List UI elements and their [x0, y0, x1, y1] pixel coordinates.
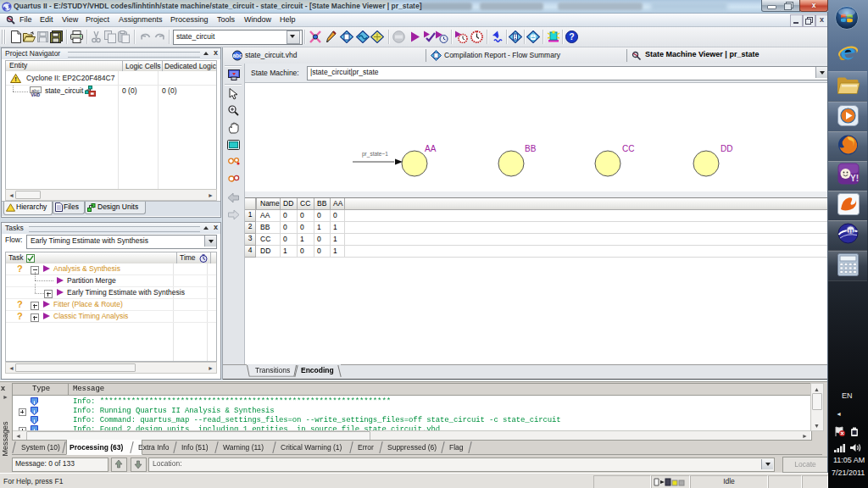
- svg-text:11: 11: [848, 228, 854, 235]
- svg-text:Y!: Y!: [850, 174, 859, 183]
- svg-text:CC: CC: [622, 144, 634, 153]
- svg-text:i: i: [34, 408, 36, 415]
- svg-text:i: i: [34, 399, 36, 406]
- svg-text:VHD: VHD: [31, 92, 41, 97]
- svg-text:!: !: [14, 75, 17, 83]
- svg-text:pr_state~1: pr_state~1: [362, 151, 388, 158]
- svg-text:i: i: [34, 418, 36, 424]
- svg-text:DD: DD: [721, 144, 732, 153]
- svg-text:abc: abc: [232, 53, 242, 58]
- svg-text:AA: AA: [425, 144, 437, 153]
- svg-text:BB: BB: [525, 144, 537, 153]
- svg-text:?: ?: [569, 31, 574, 42]
